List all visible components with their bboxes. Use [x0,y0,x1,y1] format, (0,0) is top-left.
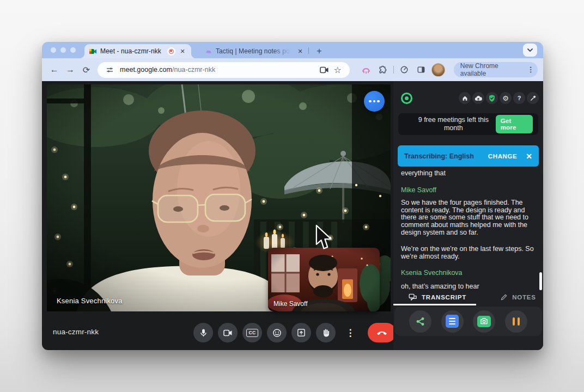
pause-icon [513,317,520,326]
tab-divider [308,47,309,54]
quota-text: 9 free meetings left this month [411,116,496,132]
camera-button[interactable] [218,323,238,342]
meet-favicon-icon [89,47,97,56]
present-icon [297,328,306,337]
scrollbar-thumb[interactable] [539,272,542,290]
address-bar[interactable]: meet.google.com/nua-czmr-nkk ☆ [98,62,350,78]
tactiq-favicon-icon [204,47,212,56]
reload-button[interactable]: ⟳ [80,63,93,77]
transcribing-status: Transcribing: English [404,152,474,160]
cloud-upload-icon [474,95,482,101]
site-settings-icon[interactable] [103,63,116,76]
get-more-button[interactable]: Get more [496,115,533,133]
home-icon [461,95,469,102]
export-docs-button[interactable] [441,310,464,333]
notes-pencil-icon [500,293,508,301]
traffic-light-zoom[interactable] [70,47,76,53]
tactiq-extension-icon[interactable] [360,63,373,76]
tab-meet[interactable]: Meet - nua-czmr-nkk ✕ [84,44,191,58]
profile-avatar[interactable] [431,63,445,77]
browser-toolbar: ← → ⟳ meet.google.com/nua-czmr-nkk ☆ [42,58,543,81]
forward-button[interactable]: → [63,63,77,77]
more-options-button[interactable]: ⋮ [340,323,360,342]
tab-search-button[interactable] [523,44,537,57]
back-button[interactable]: ← [47,63,61,77]
pin-icon [530,95,537,102]
meeting-code-label: nua-czmr-nkk [53,328,99,336]
screenshot-button[interactable] [473,310,495,333]
tab-transcript[interactable]: TRANSCRIPT [409,293,466,301]
home-button[interactable] [459,92,471,104]
pip-name-label: Mike Savoff [273,300,307,308]
new-tab-button[interactable]: + [313,45,325,57]
transcribing-banner: Transcribing: English CHANGE ✕ [398,145,539,167]
raise-hand-icon [322,328,330,337]
sidebar-header: ⚙ ? [398,91,539,105]
tab-label: TRANSCRIPT [422,294,466,301]
floating-chat-bubble-icon[interactable] [364,91,385,112]
pause-button[interactable] [505,310,527,333]
pip-video-tile[interactable]: Mike Savoff [268,248,380,311]
extension-icons [360,63,445,77]
desktop-background: Meet - nua-czmr-nkk ✕ Tactiq | Meeting n… [0,0,584,392]
tab-notes[interactable]: NOTES [500,293,536,301]
tab-title: Meet - nua-czmr-nkk [100,47,164,55]
tab-title: Tactiq | Meeting notes powe [216,47,293,55]
transcript-panel[interactable]: everything that Mike Savoff So we have t… [398,170,539,291]
settings-button[interactable]: ⚙ [500,92,512,104]
share-icon [415,316,425,327]
toolbar-divider [393,66,394,74]
present-button[interactable] [291,323,311,342]
microphone-icon [199,328,208,338]
active-tab-underline [393,304,476,305]
url-host: meet.google.com [120,66,172,74]
chevron-down-icon [527,48,533,52]
window-controls[interactable] [51,47,76,53]
update-label: New Chrome available [460,62,524,77]
banner-close-icon[interactable]: ✕ [526,152,532,161]
privacy-shield-button[interactable] [486,92,498,104]
tab-close-icon[interactable]: ✕ [178,47,187,56]
performance-gauge-icon[interactable] [398,63,411,76]
transcript-speaker: Ksenia Svechnikova [401,269,536,277]
end-call-icon [376,329,388,336]
camera-icon [223,329,233,336]
traffic-light-close[interactable] [51,47,56,53]
transcript-text: everything that [401,170,536,177]
media-camera-icon[interactable] [318,63,331,76]
tab-label: NOTES [512,294,536,301]
transcript-speaker: Mike Savoff [401,186,536,194]
help-button[interactable]: ? [513,92,525,104]
microphone-button[interactable] [193,323,213,342]
tab-close-icon[interactable]: ✕ [296,47,305,56]
reactions-button[interactable] [267,323,287,342]
transcript-text: We’re on the we’re on the last few steps… [401,246,536,261]
captions-button[interactable]: CC [242,323,262,342]
quota-card: 9 free meetings left this month Get more [398,113,539,136]
extensions-puzzle-icon[interactable] [376,63,390,76]
end-call-button[interactable] [368,323,396,342]
tactiq-logo-icon [401,93,412,104]
more-menu-icon[interactable]: ⋯ [527,66,535,74]
cloud-upload-button[interactable] [472,92,484,104]
traffic-light-minimize[interactable] [60,47,66,53]
tab-strip: Meet - nua-czmr-nkk ✕ Tactiq | Meeting n… [42,42,543,58]
gear-icon: ⚙ [502,94,509,102]
share-button[interactable] [409,310,431,333]
browser-window: Meet - nua-czmr-nkk ✕ Tactiq | Meeting n… [42,42,543,350]
raise-hand-button[interactable] [316,323,336,342]
tab-recording-indicator-icon [167,47,175,56]
captions-icon: CC [246,329,258,337]
pin-button[interactable] [527,92,539,104]
side-panel-icon[interactable] [415,63,428,76]
tab-tactiq[interactable]: Tactiq | Meeting notes powe ✕ [200,44,309,58]
participant-name-label: Ksenia Svechnikova [57,297,123,305]
change-language-button[interactable]: CHANGE [488,153,517,160]
url-path: /nua-czmr-nkk [172,66,215,74]
tactiq-sidebar: ⚙ ? 9 free meetings left this month Get … [393,81,543,350]
smiley-icon [272,328,282,338]
bookmark-star-icon[interactable]: ☆ [331,63,344,76]
chrome-update-button[interactable]: New Chrome available ⋯ [454,62,538,77]
meet-page: Ksenia Svechnikova [42,81,543,350]
shield-check-icon [488,94,496,102]
